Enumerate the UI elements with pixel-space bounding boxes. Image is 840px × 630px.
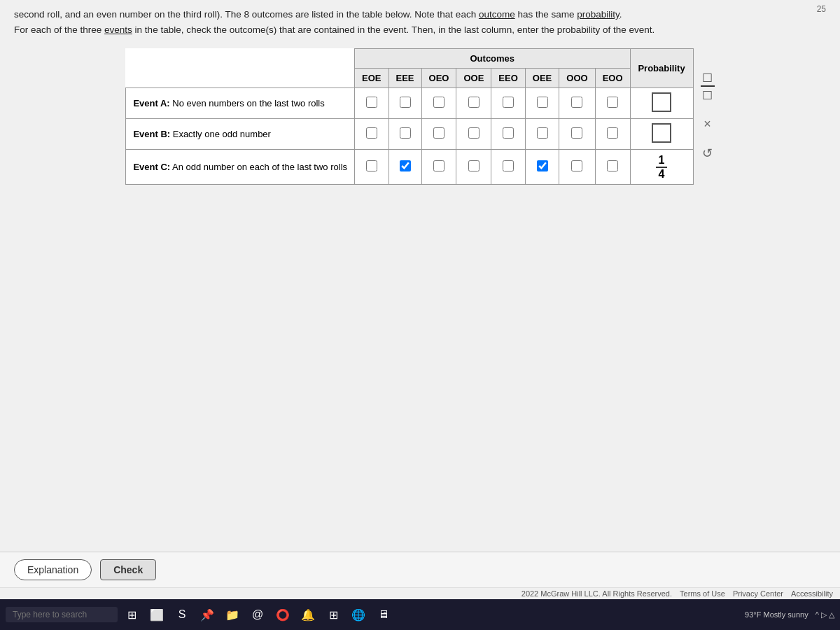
event-c-probability: 1 4 [630, 150, 693, 185]
accessibility-link[interactable]: Accessibility [791, 589, 833, 598]
event-a-oee[interactable] [525, 88, 559, 119]
checkbox-c-oee[interactable] [537, 160, 548, 172]
event-b-ooo[interactable] [559, 119, 595, 150]
event-c-eee[interactable] [388, 150, 421, 185]
taskbar-icon-circle[interactable]: ⭕ [273, 605, 293, 624]
taskbar-icon-folder[interactable]: 📁 [223, 605, 242, 624]
col-oeo: OEO [421, 69, 456, 88]
taskbar-icon-s[interactable]: S [172, 605, 192, 624]
side-panel: □ □ × ↺ [701, 48, 715, 161]
checkbox-a-eoo[interactable] [607, 97, 618, 108]
copyright-text: 2022 McGraw Hill LLC. All Rights Reserve… [522, 589, 672, 598]
event-c-oee[interactable] [525, 150, 559, 185]
outcomes-table: Outcomes Probability EOE EEE OEO OOE EEO… [125, 48, 693, 185]
privacy-link[interactable]: Privacy Center [733, 589, 783, 598]
col-eeo: EEO [491, 69, 525, 88]
event-c-eoo[interactable] [595, 150, 630, 185]
prob-c-fraction: 1 4 [638, 154, 686, 180]
checkbox-a-oeo[interactable] [433, 97, 444, 108]
checkbox-c-oeo[interactable] [433, 160, 444, 172]
event-b-eoo[interactable] [595, 119, 630, 150]
outer-wrapper: Outcomes Probability EOE EEE OEO OOE EEO… [125, 48, 714, 185]
intro-line1: second roll, and an even number on the t… [14, 7, 826, 22]
taskbar-icon-monitor[interactable]: 🖥 [374, 605, 393, 624]
checkbox-c-eeo[interactable] [503, 160, 514, 172]
checkbox-a-eoe[interactable] [366, 97, 377, 108]
taskbar-icon-windows[interactable]: ⊞ [122, 605, 141, 624]
intro-line2: For each of the three events in the tabl… [14, 22, 826, 38]
checkbox-b-ooo[interactable] [571, 127, 582, 139]
taskbar-clock: ^ ▷ △ [816, 610, 834, 620]
event-a-eoe[interactable] [355, 88, 388, 119]
event-b-eoe[interactable] [355, 119, 388, 150]
event-a-ooe[interactable] [456, 88, 491, 119]
checkbox-a-eeo[interactable] [503, 97, 514, 108]
event-a-eee[interactable] [388, 88, 421, 119]
event-a-eeo[interactable] [491, 88, 525, 119]
event-c-oeo[interactable] [421, 150, 456, 185]
fraction-display: □ □ [701, 69, 715, 103]
checkbox-a-eee[interactable] [400, 97, 411, 108]
event-b-eeo[interactable] [491, 119, 525, 150]
taskbar-search[interactable] [6, 607, 118, 622]
taskbar-icon-edge[interactable]: 🌐 [349, 605, 368, 624]
taskbar-icon-grid[interactable]: ⊞ [323, 605, 343, 624]
event-c-eeo[interactable] [491, 150, 525, 185]
copyright-bar: 2022 McGraw Hill LLC. All Rights Reserve… [0, 587, 840, 599]
event-c-ooe[interactable] [456, 150, 491, 185]
taskbar-icon-pin[interactable]: 📌 [197, 605, 217, 624]
col-eee: EEE [388, 69, 421, 88]
events-link[interactable]: events [104, 24, 132, 35]
intro-suffix: in the table, check the outcome(s) that … [132, 24, 654, 35]
checkbox-a-oee[interactable] [537, 97, 548, 108]
event-a-ooo[interactable] [559, 88, 595, 119]
checkbox-a-ooe[interactable] [468, 97, 479, 108]
outcomes-header: Outcomes [355, 49, 630, 69]
main-content: 25 second roll, and an even number on th… [0, 0, 840, 552]
checkbox-c-ooo[interactable] [571, 160, 582, 172]
event-a-eoo[interactable] [595, 88, 630, 119]
event-a-label: Event A: No even numbers on the last two… [126, 88, 355, 119]
table-row: Event C: An odd number on each of the la… [126, 150, 693, 185]
explanation-button[interactable]: Explanation [14, 559, 92, 580]
event-b-ooe[interactable] [456, 119, 491, 150]
checkbox-b-ooe[interactable] [468, 127, 479, 139]
col-ooo: OOO [559, 69, 595, 88]
terms-link[interactable]: Terms of Use [680, 589, 725, 598]
checkbox-b-oee[interactable] [537, 127, 548, 139]
intro-text-line1: second roll, and an even number on the t… [14, 9, 622, 20]
checkbox-a-ooo[interactable] [571, 97, 582, 108]
checkbox-c-eoe[interactable] [366, 160, 377, 172]
checkbox-b-oeo[interactable] [433, 127, 444, 139]
event-a-probability [630, 88, 693, 119]
event-c-eoe[interactable] [355, 150, 388, 185]
event-a-oeo[interactable] [421, 88, 456, 119]
checkbox-b-eoo[interactable] [607, 127, 618, 139]
col-oee: OEE [525, 69, 559, 88]
checkbox-b-eoe[interactable] [366, 127, 377, 139]
checkbox-c-ooe[interactable] [468, 160, 479, 172]
checkbox-b-eee[interactable] [400, 127, 411, 139]
event-b-probability [630, 119, 693, 150]
clear-button[interactable]: × [704, 117, 711, 132]
checkbox-c-eee[interactable] [400, 160, 411, 172]
probability-header: Probability [630, 49, 693, 88]
taskbar-icons: ⊞ ⬜ S 📌 📁 @ ⭕ 🔔 ⊞ 🌐 🖥 [122, 605, 393, 624]
intro-prefix: For each of the three [14, 24, 104, 35]
taskbar-icon-at[interactable]: @ [248, 605, 267, 624]
taskbar-right: 93°F Mostly sunny ^ ▷ △ [745, 610, 834, 620]
col-eoo: EOO [595, 69, 630, 88]
event-c-ooo[interactable] [559, 150, 595, 185]
event-b-oee[interactable] [525, 119, 559, 150]
taskbar-icon-bell[interactable]: 🔔 [298, 605, 318, 624]
event-b-eee[interactable] [388, 119, 421, 150]
rotate-button[interactable]: ↺ [702, 146, 713, 161]
checkbox-b-eeo[interactable] [503, 127, 514, 139]
taskbar-icon-task[interactable]: ⬜ [147, 605, 167, 624]
checkbox-c-eoo[interactable] [607, 160, 618, 172]
event-b-oeo[interactable] [421, 119, 456, 150]
bottom-bar: Explanation Check [0, 552, 840, 587]
page-number: 25 [817, 4, 826, 14]
prob-a-box [652, 92, 671, 112]
check-button[interactable]: Check [100, 559, 156, 580]
